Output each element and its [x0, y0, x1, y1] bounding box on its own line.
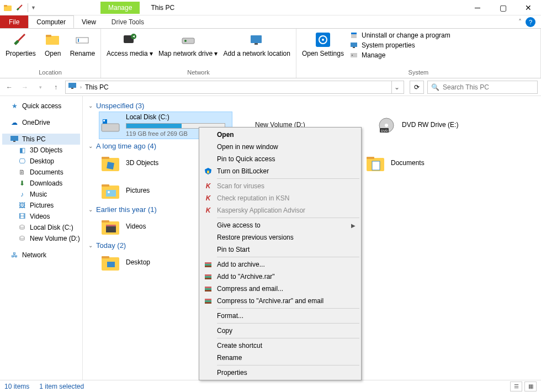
svg-rect-27	[103, 120, 105, 121]
ctx-scan-viruses[interactable]: KScan for viruses	[200, 180, 360, 192]
tree-music[interactable]: ♪Music	[2, 189, 80, 200]
add-location-button[interactable]: Add a network location	[221, 30, 293, 59]
item-videos[interactable]: Videos	[99, 216, 182, 238]
recent-dropdown[interactable]: ▾	[34, 81, 46, 93]
ribbon-collapse-icon[interactable]: ˄	[515, 18, 526, 26]
ctx-kaspersky-advisor[interactable]: KKaspersky Application Advisor	[200, 204, 360, 216]
tab-view[interactable]: View	[74, 15, 104, 28]
tree-3d-objects[interactable]: ◧3D Objects	[2, 145, 80, 156]
qat-properties-icon[interactable]	[15, 3, 24, 12]
crumb-chevron-icon[interactable]: ›	[80, 84, 82, 90]
qat-dropdown-icon[interactable]: ▼	[28, 3, 36, 12]
svg-rect-2	[46, 36, 59, 45]
tree-videos[interactable]: 🎞Videos	[2, 211, 80, 222]
close-button[interactable]: ✕	[516, 0, 541, 15]
ctx-open[interactable]: Open	[200, 129, 360, 141]
quick-access-toolbar: ▼	[0, 3, 40, 12]
tree-downloads[interactable]: ⬇Downloads	[2, 178, 80, 189]
ctx-open-new-window[interactable]: Open in new window	[200, 141, 360, 153]
ctx-compress-email[interactable]: Compress and email...	[200, 283, 360, 295]
tab-file[interactable]: File	[0, 15, 28, 28]
group-unspecified[interactable]: ⌄Unspecified (3)	[88, 98, 535, 112]
tree-desktop[interactable]: 🖵Desktop	[2, 156, 80, 167]
svg-rect-34	[107, 162, 114, 169]
ctx-pin-quick-access[interactable]: Pin to Quick access	[200, 153, 360, 165]
context-menu: Open Open in new window Pin to Quick acc…	[199, 127, 362, 380]
svg-rect-45	[106, 225, 116, 226]
tab-drive-tools[interactable]: Drive Tools	[104, 15, 152, 28]
svg-rect-54	[205, 274, 211, 276]
svg-rect-23	[10, 136, 18, 141]
ctx-check-ksn[interactable]: KCheck reputation in KSN	[200, 192, 360, 204]
music-icon: ♪	[18, 190, 26, 199]
add-location-label: Add a network location	[224, 50, 290, 57]
svg-rect-58	[205, 288, 211, 290]
properties-button[interactable]: Properties	[3, 30, 38, 59]
ctx-bitlocker[interactable]: Turn on BitLocker	[200, 165, 360, 177]
item-documents[interactable]: Documents	[364, 152, 464, 174]
access-media-button[interactable]: Access media ▾	[104, 30, 155, 59]
ctx-create-shortcut[interactable]: Create shortcut	[200, 340, 360, 352]
ctx-add-archive[interactable]: Add to archive...	[200, 258, 360, 271]
open-button[interactable]: Open	[39, 30, 67, 59]
svg-point-14	[322, 39, 324, 41]
star-icon: ★	[10, 102, 19, 110]
refresh-button[interactable]: ⟳	[410, 81, 424, 94]
manage-button[interactable]: Manage	[349, 51, 450, 60]
details-view-button[interactable]: ☰	[510, 382, 522, 391]
status-selected-count: 1 item selected	[39, 383, 84, 390]
breadcrumb[interactable]: This PC	[85, 83, 109, 91]
tab-computer[interactable]: Computer	[28, 15, 74, 28]
ctx-properties[interactable]: Properties	[200, 367, 360, 379]
tree-network[interactable]: 🖧Network	[2, 250, 80, 261]
address-dropdown[interactable]: ⌄	[391, 81, 401, 93]
tree-documents[interactable]: 🗎Documents	[2, 167, 80, 178]
map-drive-button[interactable]: Map network drive ▾	[156, 30, 220, 59]
tiles-view-button[interactable]: ▦	[524, 382, 537, 391]
search-box[interactable]: 🔍	[427, 81, 538, 94]
help-icon[interactable]: ?	[526, 17, 535, 27]
tree-onedrive[interactable]: ☁OneDrive	[2, 117, 80, 128]
ctx-give-access[interactable]: Give access to▶	[200, 219, 360, 231]
item-pictures[interactable]: Pictures	[99, 180, 182, 202]
ctx-separator	[217, 218, 359, 218]
tree-new-volume-d[interactable]: ⛁New Volume (D:)	[2, 233, 80, 244]
address-bar[interactable]: › This PC ⌄	[65, 81, 404, 94]
add-location-icon	[248, 31, 266, 49]
tree-this-pc[interactable]: This PC	[2, 134, 80, 145]
rename-button[interactable]: Rename	[68, 30, 97, 59]
svg-rect-60	[205, 299, 211, 300]
tree-local-disk-c[interactable]: ⛁Local Disk (C:)	[2, 222, 80, 233]
ctx-compress-rar-email[interactable]: Compress to "Archive.rar" and email	[200, 295, 360, 307]
maximize-button[interactable]: ▢	[490, 0, 516, 15]
ribbon-group-location-label: Location	[3, 69, 97, 77]
svg-rect-17	[351, 43, 357, 47]
ctx-copy[interactable]: Copy	[200, 325, 360, 337]
window-title: This PC	[151, 4, 174, 12]
item-desktop[interactable]: Desktop	[99, 252, 182, 274]
ctx-format[interactable]: Format...	[200, 310, 360, 322]
item-3d-objects[interactable]: 3D Objects	[99, 152, 182, 174]
item-videos-label: Videos	[126, 223, 146, 231]
tree-pictures[interactable]: 🖼Pictures	[2, 200, 80, 211]
ctx-add-archive-rar[interactable]: Add to "Archive.rar"	[200, 271, 360, 283]
ctx-separator	[217, 257, 359, 257]
item-dvd-drive-e[interactable]: DVD DVD RW Drive (E:)	[375, 112, 486, 139]
forward-button[interactable]: →	[19, 81, 31, 93]
ctx-restore-versions[interactable]: Restore previous versions	[200, 231, 360, 243]
minimize-button[interactable]: ─	[465, 0, 490, 15]
tree-quick-access[interactable]: ★Quick access	[2, 100, 80, 112]
system-properties-button[interactable]: System properties	[349, 41, 450, 50]
open-settings-button[interactable]: Open Settings	[300, 30, 346, 59]
svg-rect-43	[102, 220, 109, 223]
svg-rect-5	[78, 39, 79, 42]
ctx-pin-start[interactable]: Pin to Start	[200, 243, 360, 256]
rename-label: Rename	[70, 50, 95, 57]
back-button[interactable]: ←	[3, 81, 15, 93]
up-button[interactable]: ↑	[50, 81, 62, 93]
uninstall-button[interactable]: Uninstall or change a program	[349, 31, 450, 40]
search-input[interactable]	[443, 83, 534, 91]
ctx-rename[interactable]: Rename	[200, 352, 360, 364]
svg-rect-51	[205, 262, 211, 264]
manage-contextual-tab[interactable]: Manage	[100, 2, 140, 14]
